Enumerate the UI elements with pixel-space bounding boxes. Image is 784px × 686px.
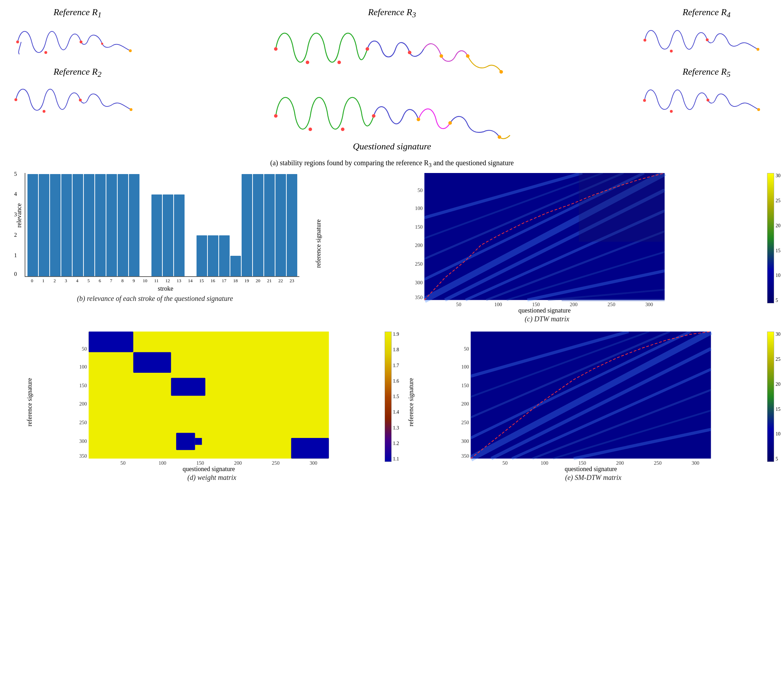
reference-r5-signature — [640, 80, 773, 122]
svg-text:150: 150 — [532, 302, 540, 307]
svg-text:100: 100 — [415, 206, 423, 211]
weight-cb-label-1-2: 1.2 — [393, 441, 399, 446]
svg-point-16 — [499, 70, 503, 74]
bar-9 — [129, 174, 140, 276]
reference-r3-signature — [269, 21, 515, 77]
dtw-cb-label-30: 30 — [776, 173, 781, 179]
weight-x-axis-label: questioned signature — [35, 466, 383, 473]
svg-text:100: 100 — [158, 460, 166, 466]
svg-text:250: 250 — [272, 460, 280, 466]
svg-point-0 — [16, 41, 19, 43]
smdtw-matrix-area: 50 100 150 200 250 300 50 100 150 200 25… — [417, 332, 765, 473]
svg-point-1 — [44, 51, 47, 54]
svg-point-20 — [372, 114, 375, 118]
dtw-cb-label-10: 10 — [776, 273, 781, 278]
x-label-8: 8 — [117, 278, 128, 284]
svg-text:100: 100 — [541, 460, 548, 466]
bar-23 — [287, 174, 297, 276]
bar-17 — [219, 235, 230, 276]
svg-point-19 — [341, 127, 344, 131]
weight-cb-label-1-1: 1.1 — [393, 456, 399, 462]
dtw-colorbar — [767, 173, 774, 303]
y-tick-5: 5 — [14, 171, 17, 177]
svg-text:50: 50 — [503, 460, 508, 466]
reference-r4-label: Reference R4 — [683, 7, 730, 20]
svg-point-28 — [643, 99, 646, 102]
x-label-3: 3 — [60, 278, 71, 284]
x-label-20: 20 — [253, 278, 264, 284]
dtw-colorbar-labels: 30 25 20 15 10 5 — [774, 173, 781, 303]
smdtw-cb-label-20: 20 — [776, 382, 781, 387]
bar-22 — [275, 174, 286, 276]
svg-text:150: 150 — [415, 224, 423, 230]
svg-point-31 — [757, 108, 760, 111]
svg-text:50: 50 — [464, 346, 469, 352]
svg-point-21 — [417, 118, 420, 121]
x-label-1: 1 — [38, 278, 49, 284]
dtw-cb-label-20: 20 — [776, 223, 781, 229]
dtw-matrix-svg: 50 100 150 200 250 300 50 100 150 200 25… — [324, 173, 765, 307]
caption-e: (e) SM-DTW matrix — [565, 474, 622, 482]
svg-text:50: 50 — [456, 302, 461, 307]
svg-text:100: 100 — [461, 364, 469, 369]
weight-y-axis-label: reference signature — [26, 378, 34, 426]
svg-point-24 — [644, 39, 646, 42]
y-tick-3: 3 — [14, 211, 17, 218]
reference-r2-label: Reference R2 — [54, 67, 101, 79]
weight-matrix-area: 50 100 150 200 250 300 50 100 150 200 25… — [35, 332, 383, 473]
weight-cb-label-1-8: 1.8 — [393, 347, 399, 353]
x-label-15: 15 — [196, 278, 207, 284]
x-label-12: 12 — [162, 278, 173, 284]
caption-c: (c) DTW matrix — [525, 315, 569, 323]
x-label-22: 22 — [275, 278, 286, 284]
x-label-5: 5 — [83, 278, 94, 284]
y-tick-2: 2 — [14, 232, 17, 238]
svg-text:250: 250 — [461, 420, 469, 425]
dtw-x-axis-label: questioned signature — [324, 307, 765, 314]
svg-text:150: 150 — [461, 383, 469, 388]
svg-text:100: 100 — [79, 364, 87, 369]
svg-text:250: 250 — [79, 420, 87, 425]
svg-text:100: 100 — [494, 302, 502, 307]
dtw-matrix-container: reference signature — [313, 173, 781, 323]
questioned-block: Questioned signature — [269, 84, 515, 153]
smdtw-x-axis-label: questioned signature — [417, 466, 765, 473]
smdtw-cb-label-25: 25 — [776, 356, 781, 362]
x-axis-title-stroke: stroke — [24, 285, 306, 292]
center-column: Reference R3 — [155, 7, 629, 157]
bottom-section: reference signature — [0, 332, 784, 482]
svg-text:150: 150 — [578, 460, 586, 466]
bar-20 — [253, 174, 264, 276]
dtw-cb-label-15: 15 — [776, 248, 781, 254]
reference-r2-signature — [11, 80, 144, 122]
weight-matrix-container: reference signature — [24, 332, 399, 482]
smdtw-matrix-svg: 50 100 150 200 250 300 50 100 150 200 25… — [417, 332, 765, 466]
bar-chart-container: relevance 5 4 3 2 1 0 — [3, 173, 306, 323]
svg-text:150: 150 — [196, 460, 204, 466]
weight-cb-label-1-5: 1.5 — [393, 394, 399, 400]
smdtw-y-axis-label: reference signature — [408, 378, 415, 426]
smdtw-cb-label-30: 30 — [776, 332, 781, 337]
questioned-signature — [269, 84, 515, 140]
dtw-cb-label-25: 25 — [776, 198, 781, 204]
svg-text:150: 150 — [79, 383, 87, 388]
caption-a: (a) stability regions found by comparing… — [0, 159, 784, 169]
right-column: Reference R4 Reference R5 — [632, 7, 781, 157]
svg-text:350: 350 — [461, 453, 469, 459]
smdtw-matrix-container: reference signature — [406, 332, 781, 482]
dtw-colorbar-group: 30 25 20 15 10 5 — [767, 173, 781, 307]
svg-point-11 — [337, 60, 341, 64]
bar-6 — [95, 174, 106, 276]
svg-point-30 — [706, 99, 709, 101]
svg-point-15 — [466, 54, 469, 58]
svg-point-10 — [306, 60, 309, 64]
svg-point-22 — [448, 121, 452, 125]
x-label-14: 14 — [185, 278, 196, 284]
bar-16 — [208, 235, 218, 276]
svg-text:200: 200 — [415, 243, 423, 248]
weight-colorbar-group: 1.9 1.8 1.7 1.6 1.5 1.4 1.3 1.2 1.1 — [385, 332, 399, 466]
weight-matrix-svg: 50 100 150 200 250 300 50 100 150 200 25… — [35, 332, 383, 466]
bar-chart-area: 5 4 3 2 1 0 — [24, 173, 299, 277]
svg-text:250: 250 — [608, 302, 615, 307]
reference-r4-block: Reference R4 — [632, 7, 781, 63]
